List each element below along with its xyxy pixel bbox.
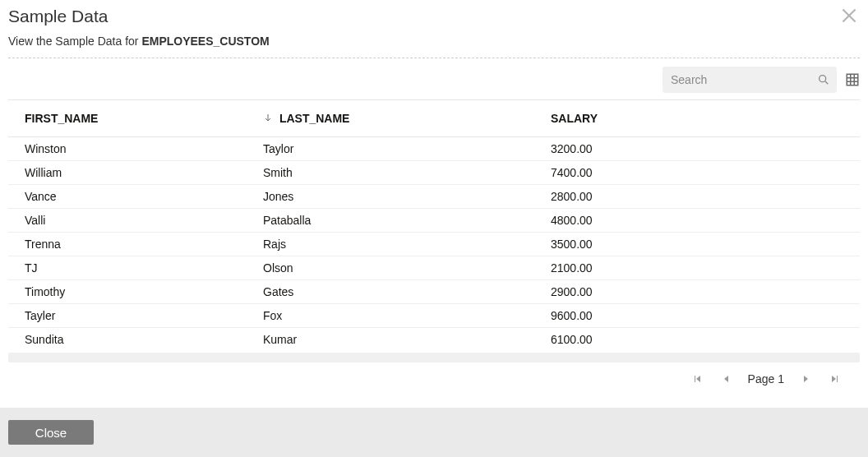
dialog-footer: Close — [0, 408, 868, 457]
cell-salary: 2800.00 — [551, 190, 843, 203]
cell-first-name: William — [25, 166, 263, 179]
sample-data-dialog: Sample Data View the Sample Data for EMP… — [0, 0, 868, 457]
table-row[interactable]: VanceJones2800.00 — [8, 185, 860, 209]
pager-next-button[interactable] — [797, 371, 814, 387]
column-header-first-name[interactable]: FIRST_NAME — [25, 112, 263, 125]
cell-last-name: Olson — [263, 261, 551, 275]
subtitle-prefix: View the Sample Data for — [8, 35, 141, 48]
cell-first-name: Valli — [25, 214, 263, 227]
cell-last-name: Gates — [263, 285, 551, 298]
cell-first-name: Timothy — [25, 285, 263, 298]
table-row[interactable]: ValliPataballa4800.00 — [8, 209, 860, 233]
cell-first-name: Trenna — [25, 238, 263, 251]
column-header-salary[interactable]: SALARY — [551, 112, 843, 125]
dialog-subtitle: View the Sample Data for EMPLOYEES_CUSTO… — [0, 26, 868, 58]
pager-last-button[interactable] — [827, 371, 843, 387]
dialog-header: Sample Data — [0, 0, 868, 26]
search-icon[interactable] — [817, 73, 830, 86]
cell-first-name: Vance — [25, 190, 263, 203]
toolbar — [0, 67, 868, 99]
subtitle-table-name: EMPLOYEES_CUSTOM — [141, 35, 269, 48]
cell-salary: 2900.00 — [551, 285, 843, 298]
cell-first-name: Tayler — [25, 309, 263, 322]
cell-last-name: Rajs — [263, 238, 551, 251]
cell-last-name: Fox — [263, 309, 551, 322]
svg-point-2 — [820, 76, 826, 82]
close-button[interactable]: Close — [8, 420, 94, 445]
column-header-last-name[interactable]: LAST_NAME — [263, 112, 551, 125]
table-header: FIRST_NAME LAST_NAME SALARY — [8, 99, 860, 137]
cell-salary: 4800.00 — [551, 214, 843, 227]
table-row[interactable]: WilliamSmith7400.00 — [8, 161, 860, 185]
sort-desc-icon — [263, 112, 276, 125]
pager-prev-button[interactable] — [718, 371, 735, 387]
column-label: SALARY — [551, 112, 598, 125]
cell-last-name: Smith — [263, 166, 551, 179]
cell-salary: 2100.00 — [551, 261, 843, 275]
table-body[interactable]: WinstonTaylor3200.00WilliamSmith7400.00V… — [8, 137, 860, 351]
svg-line-3 — [825, 81, 828, 84]
pager-first-button[interactable] — [689, 371, 705, 387]
cell-last-name: Taylor — [263, 142, 551, 155]
close-icon[interactable] — [838, 5, 860, 30]
table-row[interactable]: TimothyGates2900.00 — [8, 280, 860, 304]
table-row[interactable]: WinstonTaylor3200.00 — [8, 137, 860, 161]
search-input[interactable] — [671, 73, 817, 86]
table-row[interactable]: TJOlson2100.00 — [8, 256, 860, 280]
cell-last-name: Pataballa — [263, 214, 551, 227]
cell-salary: 7400.00 — [551, 166, 843, 179]
column-selector-icon[interactable] — [845, 72, 860, 87]
cell-salary: 3500.00 — [551, 238, 843, 251]
cell-first-name: Winston — [25, 142, 263, 155]
search-field[interactable] — [663, 67, 837, 93]
cell-first-name: TJ — [25, 261, 263, 275]
table-row[interactable]: TrennaRajs3500.00 — [8, 233, 860, 256]
cell-last-name: Jones — [263, 190, 551, 203]
column-label: LAST_NAME — [279, 112, 350, 125]
cell-salary: 3200.00 — [551, 142, 843, 155]
cell-salary: 9600.00 — [551, 309, 843, 322]
table-row[interactable]: SunditaKumar6100.00 — [8, 328, 860, 351]
data-grid: FIRST_NAME LAST_NAME SALARY WinstonTaylo… — [8, 99, 860, 351]
svg-rect-4 — [847, 74, 858, 85]
cell-salary: 6100.00 — [551, 333, 843, 346]
pager-label: Page 1 — [748, 372, 784, 385]
column-label: FIRST_NAME — [25, 112, 98, 125]
cell-last-name: Kumar — [263, 333, 551, 346]
cell-first-name: Sundita — [25, 333, 263, 346]
pager: Page 1 — [0, 362, 868, 387]
table-row[interactable]: TaylerFox9600.00 — [8, 304, 860, 328]
horizontal-scrollbar[interactable] — [8, 353, 860, 362]
divider — [8, 58, 860, 58]
dialog-title: Sample Data — [8, 7, 860, 26]
